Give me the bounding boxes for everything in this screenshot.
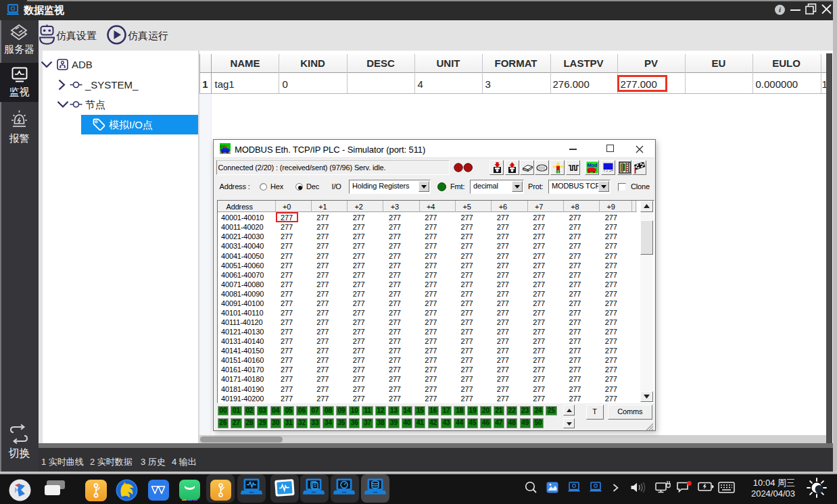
svg-text:Eth: Eth [220, 145, 227, 149]
svg-text:Mod: Mod [588, 162, 598, 168]
